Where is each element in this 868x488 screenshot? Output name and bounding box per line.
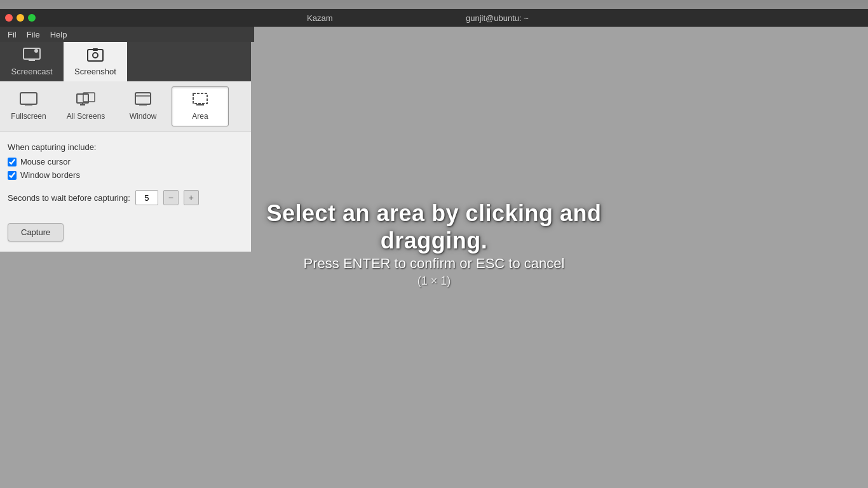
mode-all-screens[interactable]: All Screens xyxy=(57,86,114,126)
tab-screencast[interactable]: Screencast xyxy=(0,42,64,81)
decrement-button[interactable]: − xyxy=(163,190,179,205)
capture-area: Capture xyxy=(0,223,251,252)
seconds-input[interactable] xyxy=(135,190,158,205)
app-panel: Screencast Screenshot Fullsc xyxy=(0,42,251,252)
mouse-cursor-label: Mouse cursor xyxy=(20,157,71,166)
menu-file[interactable]: File xyxy=(22,29,45,41)
menu-help[interactable]: Help xyxy=(45,29,72,41)
tab-bar: Screencast Screenshot xyxy=(0,42,251,81)
menu-fil[interactable]: Fil xyxy=(3,29,22,41)
maximize-button[interactable] xyxy=(28,14,36,22)
mouse-cursor-row: Mouse cursor xyxy=(8,157,243,166)
svg-rect-14 xyxy=(135,93,151,104)
terminal-title: gunjit@ubuntu: ~ xyxy=(466,13,529,23)
svg-point-5 xyxy=(93,53,98,58)
app-titlebar: Kazam gunjit@ubuntu: ~ xyxy=(0,9,868,27)
kazam-title: Kazam xyxy=(307,13,332,23)
fullscreen-icon xyxy=(20,92,37,109)
capture-button[interactable]: Capture xyxy=(8,223,64,241)
svg-rect-6 xyxy=(93,48,98,51)
mode-area[interactable]: Area xyxy=(172,86,229,126)
close-button[interactable] xyxy=(5,14,13,22)
screencast-icon xyxy=(23,48,41,64)
window-borders-label: Window borders xyxy=(20,170,80,180)
area-icon xyxy=(192,92,208,109)
tab-screencast-label: Screencast xyxy=(11,67,52,76)
svg-rect-7 xyxy=(20,93,37,104)
minimize-button[interactable] xyxy=(17,14,24,22)
svg-point-3 xyxy=(34,49,38,53)
all-screens-label: All Screens xyxy=(67,112,105,121)
tab-screenshot[interactable]: Screenshot xyxy=(64,42,127,81)
svg-rect-19 xyxy=(193,93,207,104)
increment-button[interactable]: + xyxy=(184,190,199,205)
options-area: When capturing include: Mouse cursor Win… xyxy=(0,132,251,223)
all-screens-icon xyxy=(76,92,95,109)
mode-buttons: Fullscreen All Screens xyxy=(0,81,251,132)
mouse-cursor-checkbox[interactable] xyxy=(8,158,17,166)
svg-rect-4 xyxy=(88,50,103,61)
tab-screenshot-label: Screenshot xyxy=(74,67,116,76)
window-controls xyxy=(0,14,36,22)
menubar: Fil File Help xyxy=(0,27,254,42)
window-borders-row: Window borders xyxy=(8,170,243,180)
options-label: When capturing include: xyxy=(8,142,243,152)
screenshot-icon xyxy=(87,48,104,64)
fullscreen-label: Fullscreen xyxy=(11,112,46,121)
seconds-row: Seconds to wait before capturing: − + xyxy=(8,190,243,205)
seconds-label: Seconds to wait before capturing: xyxy=(8,193,130,203)
window-borders-checkbox[interactable] xyxy=(8,171,17,180)
area-label: Area xyxy=(192,112,208,121)
window-icon xyxy=(135,92,151,109)
mode-fullscreen[interactable]: Fullscreen xyxy=(0,86,57,126)
mode-window[interactable]: Window xyxy=(114,86,172,126)
window-label: Window xyxy=(130,112,157,121)
